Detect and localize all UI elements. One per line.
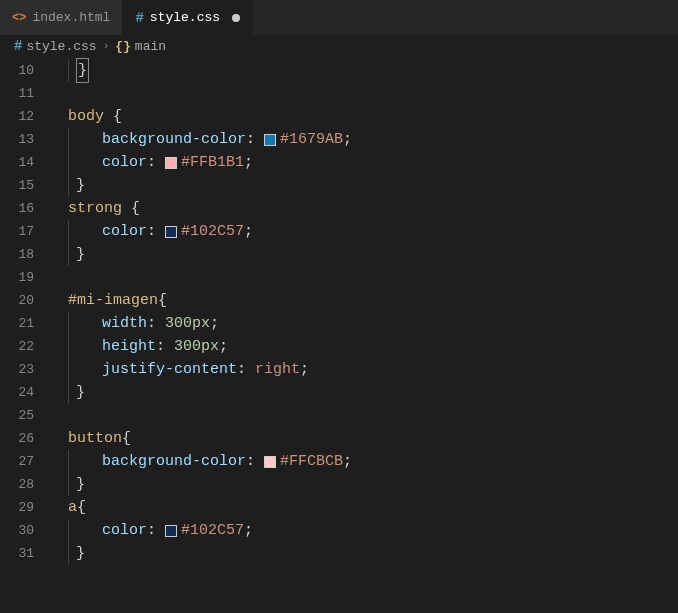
code-token: width xyxy=(102,312,147,335)
code-token: #1679AB xyxy=(280,128,343,151)
line-number: 12 xyxy=(0,105,34,128)
code-token: height xyxy=(102,335,156,358)
color-swatch-icon[interactable] xyxy=(165,525,177,537)
code-token: ; xyxy=(343,450,352,473)
code-token: 300px xyxy=(165,312,210,335)
vertical-scrollbar[interactable] xyxy=(664,57,678,613)
code-line[interactable]: } xyxy=(50,542,678,565)
code-line[interactable]: background-color: #FFCBCB; xyxy=(50,450,678,473)
code-token: } xyxy=(76,381,85,404)
code-token: ; xyxy=(219,335,228,358)
code-token: justify-content xyxy=(102,358,237,381)
code-line[interactable]: } xyxy=(50,243,678,266)
code-token: } xyxy=(76,243,85,266)
tab-index-html[interactable]: <>index.html xyxy=(0,0,123,35)
line-number: 28 xyxy=(0,473,34,496)
code-area[interactable]: }body {background-color: #1679AB;color: … xyxy=(50,57,678,613)
code-line[interactable]: justify-content: right; xyxy=(50,358,678,381)
line-number: 11 xyxy=(0,82,34,105)
code-token: { xyxy=(113,105,122,128)
css-file-icon: # xyxy=(135,10,143,26)
breadcrumb-symbol: main xyxy=(135,39,166,54)
code-token: body xyxy=(68,105,113,128)
code-token: button xyxy=(68,427,122,450)
code-token: : xyxy=(156,335,174,358)
line-number: 29 xyxy=(0,496,34,519)
unsaved-indicator-icon xyxy=(232,14,240,22)
code-line[interactable]: height: 300px; xyxy=(50,335,678,358)
code-token: #FFB1B1 xyxy=(181,151,244,174)
code-token: background-color xyxy=(102,450,246,473)
line-number: 17 xyxy=(0,220,34,243)
code-token: : xyxy=(237,358,255,381)
line-number: 20 xyxy=(0,289,34,312)
code-line[interactable]: } xyxy=(50,473,678,496)
code-token: } xyxy=(76,473,85,496)
code-token: color xyxy=(102,519,147,542)
code-line[interactable]: #mi-imagen{ xyxy=(50,289,678,312)
line-number: 24 xyxy=(0,381,34,404)
line-number: 30 xyxy=(0,519,34,542)
code-line[interactable]: color: #102C57; xyxy=(50,519,678,542)
line-number: 14 xyxy=(0,151,34,174)
code-token: { xyxy=(158,289,167,312)
html-file-icon: <> xyxy=(12,11,26,25)
breadcrumb-file: style.css xyxy=(26,39,96,54)
code-token: : xyxy=(147,519,165,542)
chevron-right-icon: › xyxy=(103,40,110,52)
code-token: ; xyxy=(244,519,253,542)
color-swatch-icon[interactable] xyxy=(264,134,276,146)
code-line[interactable]: a{ xyxy=(50,496,678,519)
code-token: : xyxy=(147,312,165,335)
code-line[interactable]: strong { xyxy=(50,197,678,220)
code-token: #mi-imagen xyxy=(68,289,158,312)
color-swatch-icon[interactable] xyxy=(165,226,177,238)
line-number: 16 xyxy=(0,197,34,220)
code-token: background-color xyxy=(102,128,246,151)
line-number: 31 xyxy=(0,542,34,565)
code-line[interactable] xyxy=(50,266,678,289)
code-line[interactable]: } xyxy=(50,381,678,404)
line-number: 25 xyxy=(0,404,34,427)
code-token: ; xyxy=(210,312,219,335)
code-editor[interactable]: 1011121314151617181920212223242526272829… xyxy=(0,57,678,613)
breadcrumb[interactable]: # style.css › {} main xyxy=(0,35,678,57)
code-line[interactable]: } xyxy=(50,174,678,197)
css-file-icon: # xyxy=(14,38,22,54)
code-line[interactable] xyxy=(50,404,678,427)
line-number: 22 xyxy=(0,335,34,358)
code-line[interactable]: color: #FFB1B1; xyxy=(50,151,678,174)
color-swatch-icon[interactable] xyxy=(264,456,276,468)
code-line[interactable] xyxy=(50,82,678,105)
line-number-gutter: 1011121314151617181920212223242526272829… xyxy=(0,57,50,613)
color-swatch-icon[interactable] xyxy=(165,157,177,169)
code-token: #FFCBCB xyxy=(280,450,343,473)
code-token: { xyxy=(122,427,131,450)
line-number: 21 xyxy=(0,312,34,335)
code-token: : xyxy=(246,450,264,473)
tab-style-css[interactable]: #style.css xyxy=(123,0,253,35)
tab-bar: <>index.html#style.css xyxy=(0,0,678,35)
code-token: #102C57 xyxy=(181,519,244,542)
code-line[interactable]: background-color: #1679AB; xyxy=(50,128,678,151)
line-number: 13 xyxy=(0,128,34,151)
code-token: a xyxy=(68,496,77,519)
symbol-icon: {} xyxy=(115,39,131,54)
code-token: ; xyxy=(300,358,309,381)
code-token: color xyxy=(102,220,147,243)
code-token: { xyxy=(77,496,86,519)
code-line[interactable]: body { xyxy=(50,105,678,128)
tab-label: index.html xyxy=(32,10,110,25)
code-token: ; xyxy=(244,151,253,174)
line-number: 23 xyxy=(0,358,34,381)
code-line[interactable]: color: #102C57; xyxy=(50,220,678,243)
code-token: ; xyxy=(244,220,253,243)
code-token: } xyxy=(76,542,85,565)
code-line[interactable]: button{ xyxy=(50,427,678,450)
code-token: : xyxy=(147,220,165,243)
line-number: 26 xyxy=(0,427,34,450)
tab-label: style.css xyxy=(150,10,220,25)
line-number: 10 xyxy=(0,59,34,82)
code-line[interactable]: } xyxy=(50,59,678,82)
code-line[interactable]: width: 300px; xyxy=(50,312,678,335)
